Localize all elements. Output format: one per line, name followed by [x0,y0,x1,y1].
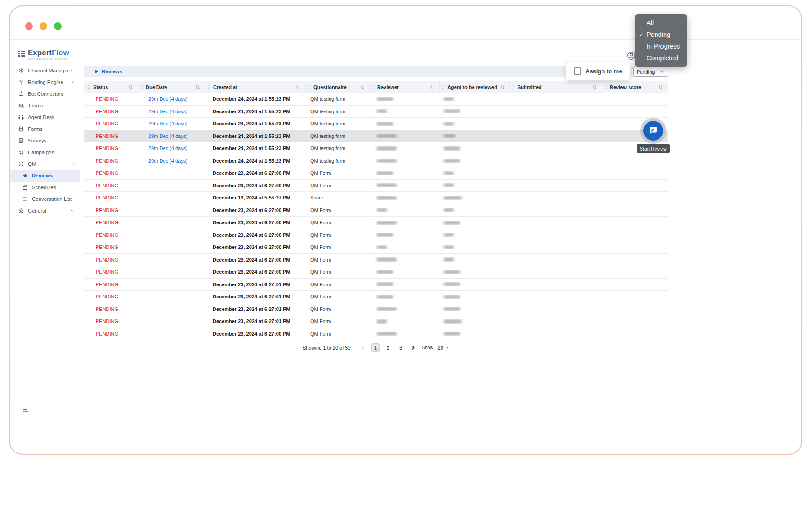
traffic-light-minimize[interactable] [40,22,47,30]
pagination-next-icon[interactable] [410,344,417,351]
filter-option-completed[interactable]: Completed [635,52,687,64]
sidebar-collapse-icon[interactable] [22,406,30,413]
due-date-link[interactable]: 29th Dec (4 days) [148,109,187,114]
filter-option-pending[interactable]: ✓Pending [635,29,687,40]
table-row-20[interactable]: PENDINGDecember 23, 2024 at 6:27:00 PMQM… [84,328,668,341]
cell-status: PENDING [84,195,138,200]
page-size-select[interactable]: 20 [438,345,449,350]
sidebar-item-campaigns[interactable]: Campaigns [10,146,80,158]
sidebar-item-label: Campaigns [28,150,54,155]
cell-agent-to-be-reviewed [439,282,509,286]
agent-redacted [444,109,460,113]
cell-reviewer [369,270,439,274]
table-row-11[interactable]: PENDINGDecember 23, 2024 at 6:27:00 PMQM… [84,217,668,229]
status-filter-select[interactable]: Pending [633,66,668,77]
sidebar-item-forms[interactable]: Forms [10,123,80,135]
column-header-status[interactable]: Status [84,81,138,93]
agent-redacted [444,97,454,101]
cell-created-at: December 24, 2024 at 1:55:23 PM [205,121,305,126]
sidebar-item-channel-manager[interactable]: Channel Manager [10,65,80,76]
traffic-light-zoom[interactable] [54,22,62,30]
sidebar-item-surveys[interactable]: Surveys [10,135,80,146]
column-header-due-date[interactable]: Due Date [138,81,205,93]
breadcrumb-label[interactable]: Reviews [102,69,122,74]
column-header-reviewer[interactable]: Reviewer [369,81,439,93]
agent-redacted [444,295,460,299]
page-button-2[interactable]: 2 [384,343,393,352]
column-header-questionnaire[interactable]: Questionnaire [305,81,369,93]
column-header-created-at[interactable]: Created at [205,81,305,93]
table-row-1[interactable]: PENDING29th Dec (4 days)December 24, 202… [84,93,668,106]
page-buttons: 123 [371,343,405,352]
table-row-13[interactable]: PENDINGDecember 23, 2024 at 6:27:00 PMQM… [84,241,668,254]
table-row-6[interactable]: PENDING29th Dec (4 days)December 24, 202… [84,155,668,168]
teams-icon [18,102,24,109]
cell-created-at: December 24, 2024 at 1:55:23 PM [205,146,305,151]
due-date-link[interactable]: 29th Dec (4 days) [148,96,187,102]
agent-redacted [444,270,460,274]
sidebar-item-conversation-list[interactable]: Conversation List [10,193,80,205]
cell-created-at: December 23, 2024 at 6:27:00 PM [205,269,305,275]
table-row-9[interactable]: PENDINGDecember 19, 2024 at 5:55:27 PMSc… [84,192,668,204]
start-review-button[interactable] [643,121,663,141]
column-header-review-score[interactable]: Review score [602,81,668,93]
table-row-4[interactable]: PENDING29th Dec (4 days)December 24, 202… [84,130,668,143]
sidebar-item-teams[interactable]: Teams [10,100,80,111]
table-row-3[interactable]: PENDING29th Dec (4 days)December 24, 202… [84,118,668,130]
cell-reviewer [369,97,439,101]
due-date-link[interactable]: 29th Dec (4 days) [148,146,187,151]
sort-icon [592,84,597,90]
table-row-16[interactable]: PENDINGDecember 23, 2024 at 6:27:01 PMQM… [84,279,668,291]
page-size-value: 20 [438,345,443,350]
cell-due-date: 29th Dec (4 days) [138,109,205,114]
due-date-link[interactable]: 29th Dec (4 days) [148,158,187,164]
table-row-18[interactable]: PENDINGDecember 23, 2024 at 6:27:01 PMQM… [84,303,668,316]
table-row-2[interactable]: PENDING29th Dec (4 days)December 24, 202… [84,106,668,118]
page-button-1[interactable]: 1 [371,343,380,352]
assign-to-me-checkbox[interactable] [574,67,581,75]
reviewer-redacted [377,307,397,311]
column-header-submitted[interactable]: Submitted [509,81,602,93]
column-label: Questionnaire [313,84,347,90]
sidebar-item-routing-engine[interactable]: Routing Engine [10,76,80,88]
page-button-3[interactable]: 3 [397,343,405,352]
start-review-tooltip: Start Review [637,144,670,153]
traffic-light-close[interactable] [25,22,33,30]
cell-reviewer [369,245,439,249]
sidebar-item-label: Agent Desk [28,115,54,120]
table-row-8[interactable]: PENDINGDecember 23, 2024 at 6:27:00 PMQM… [84,180,668,192]
reviewer-redacted [377,282,393,286]
user-icon[interactable] [627,51,636,60]
filter-option-in-progress[interactable]: In Progress [635,40,687,52]
cell-agent-to-be-reviewed [439,221,509,225]
pagination-prev-icon[interactable] [360,344,367,351]
sidebar-item-bot-connectors[interactable]: Bot Connectors [10,88,80,100]
table-row-10[interactable]: PENDINGDecember 23, 2024 at 6:27:00 PMQM… [84,204,668,217]
cell-status: PENDING [84,269,138,275]
column-label: Review score [610,84,641,90]
due-date-link[interactable]: 29th Dec (4 days) [148,121,187,126]
cell-due-date: 29th Dec (4 days) [138,146,205,151]
cell-created-at: December 24, 2024 at 1:55:23 PM [205,158,305,164]
sidebar-item-schedules[interactable]: Schedules [10,182,80,193]
table-row-17[interactable]: PENDINGDecember 23, 2024 at 6:27:01 PMQM… [84,291,668,303]
column-header-agent-to-be-reviewed[interactable]: Agent to be reviewed [439,81,509,93]
sidebar-item-agent-desk[interactable]: Agent Desk [10,111,80,123]
table-row-12[interactable]: PENDINGDecember 23, 2024 at 6:27:00 PMQM… [84,229,668,242]
cell-questionnaire: QM Form [305,208,369,213]
sidebar-item-reviews[interactable]: Reviews [10,170,80,182]
reviewer-redacted [377,270,393,274]
table-row-19[interactable]: PENDINGDecember 23, 2024 at 6:27:01 PMQM… [84,315,668,328]
table-row-5[interactable]: PENDING29th Dec (4 days)December 24, 202… [84,142,668,155]
table-row-7[interactable]: PENDINGDecember 23, 2024 at 6:27:00 PMQM… [84,167,668,180]
sidebar-item-qm[interactable]: QM [10,158,80,170]
table-row-14[interactable]: PENDINGDecember 23, 2024 at 6:27:00 PMQM… [84,254,668,266]
sidebar-item-general[interactable]: General [10,205,80,217]
cell-status: PENDING [84,257,138,262]
pagination-summary: Showing 1 to 20 of 50 [303,345,350,350]
cell-questionnaire: QM Form [305,220,369,225]
table-row-15[interactable]: PENDINGDecember 23, 2024 at 6:27:00 PMQM… [84,266,668,279]
cell-reviewer [369,221,439,225]
due-date-link[interactable]: 29th Dec (4 days) [148,133,187,139]
filter-option-all[interactable]: All [635,17,687,29]
